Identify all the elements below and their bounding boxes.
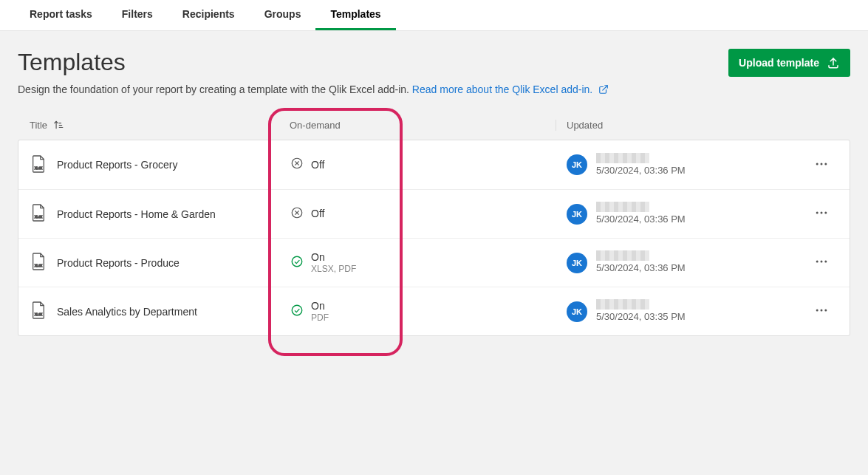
external-link-icon (598, 84, 609, 97)
read-more-link-text: Read more about the Qlik Excel add-in. (412, 83, 592, 95)
svg-point-19 (816, 212, 819, 214)
cell-updated: JK5/30/2024, 03:35 PM (556, 299, 807, 323)
svg-text:XLSX: XLSX (35, 264, 42, 267)
xlsx-file-icon: XLSX (30, 154, 47, 176)
column-header-updated-text: Updated (567, 120, 603, 131)
sort-ascending-icon (53, 120, 64, 130)
svg-point-32 (821, 310, 823, 312)
template-title: Sales Analytics by Department (57, 306, 197, 318)
more-actions-button[interactable] (810, 152, 833, 178)
table-row[interactable]: XLSXProduct Reports - ProduceOnXLSX, PDF… (18, 238, 850, 287)
cell-updated: JK5/30/2024, 03:36 PM (556, 153, 807, 177)
more-actions-button[interactable] (810, 201, 833, 227)
template-title: Product Reports - Home & Garden (57, 208, 216, 220)
xlsx-file-icon: XLSX (30, 252, 47, 273)
table-header: Title On-demand Updated (18, 110, 850, 140)
updated-date: 5/30/2024, 03:36 PM (596, 165, 686, 177)
cell-on-demand: OnXLSX, PDF (290, 251, 556, 274)
more-horizontal-icon (814, 211, 829, 222)
xlsx-file-icon: XLSX (30, 203, 47, 225)
avatar: JK (567, 253, 587, 273)
status-off-icon (290, 157, 304, 173)
cell-on-demand: Off (290, 157, 556, 173)
svg-point-33 (824, 310, 827, 312)
cell-on-demand: Off (290, 206, 556, 222)
on-demand-formats: PDF (311, 312, 329, 323)
column-header-updated[interactable]: Updated (556, 120, 807, 131)
table-row[interactable]: XLSXSales Analytics by DepartmentOnPDFJK… (18, 287, 850, 335)
svg-point-13 (824, 163, 827, 165)
upload-template-button[interactable]: Upload template (728, 49, 850, 77)
cell-actions (807, 201, 850, 227)
svg-point-27 (824, 261, 827, 263)
cell-title: XLSXProduct Reports - Produce (18, 252, 290, 273)
tab-report-tasks[interactable]: Report tasks (15, 0, 107, 30)
cell-on-demand: OnPDF (290, 300, 556, 323)
column-header-title-text: Title (30, 120, 47, 131)
upload-icon (827, 56, 840, 69)
avatar: JK (567, 301, 587, 322)
subtitle-text: Design the foundation of your report by … (18, 83, 412, 95)
read-more-link[interactable]: Read more about the Qlik Excel add-in. (412, 83, 609, 95)
cell-title: XLSXSales Analytics by Department (18, 301, 290, 322)
cell-title: XLSXProduct Reports - Home & Garden (18, 203, 290, 225)
column-header-title[interactable]: Title (18, 120, 290, 131)
svg-point-11 (816, 163, 819, 165)
svg-point-21 (824, 212, 827, 214)
svg-point-31 (816, 310, 819, 312)
updated-date: 5/30/2024, 03:36 PM (596, 213, 686, 225)
page-title: Templates (18, 49, 126, 76)
svg-text:XLSX: XLSX (35, 313, 42, 316)
tab-filters[interactable]: Filters (107, 0, 168, 30)
templates-table: XLSXProduct Reports - GroceryOffJK5/30/2… (18, 140, 850, 336)
svg-text:XLSX: XLSX (35, 167, 42, 170)
cell-actions (807, 298, 850, 324)
on-demand-status: On (311, 251, 356, 264)
cell-updated: JK5/30/2024, 03:36 PM (556, 250, 807, 274)
column-header-on-demand-text: On-demand (290, 120, 341, 131)
table-row[interactable]: XLSXProduct Reports - GroceryOffJK5/30/2… (18, 140, 850, 189)
tab-groups[interactable]: Groups (250, 0, 316, 30)
svg-point-26 (821, 261, 823, 263)
more-actions-button[interactable] (810, 250, 833, 276)
svg-point-20 (821, 212, 823, 214)
column-header-on-demand[interactable]: On-demand (290, 120, 556, 131)
more-horizontal-icon (814, 309, 829, 320)
more-horizontal-icon (814, 163, 829, 174)
svg-point-12 (821, 163, 823, 165)
updated-date: 5/30/2024, 03:35 PM (596, 311, 686, 323)
avatar: JK (567, 204, 587, 225)
page-subtitle: Design the foundation of your report by … (18, 83, 850, 97)
tab-recipients[interactable]: Recipients (168, 0, 250, 30)
on-demand-status: Off (311, 159, 324, 171)
upload-template-label: Upload template (739, 57, 819, 69)
top-nav: Report tasksFiltersRecipientsGroupsTempl… (0, 0, 868, 31)
template-title: Product Reports - Grocery (57, 159, 177, 171)
updated-by-redacted (596, 202, 649, 212)
svg-point-30 (292, 305, 302, 315)
svg-point-24 (292, 256, 302, 267)
more-horizontal-icon (814, 260, 829, 271)
on-demand-status: On (311, 300, 329, 312)
updated-date: 5/30/2024, 03:36 PM (596, 262, 686, 274)
svg-point-25 (816, 261, 819, 263)
table-row[interactable]: XLSXProduct Reports - Home & GardenOffJK… (18, 189, 850, 238)
avatar: JK (567, 154, 587, 175)
cell-title: XLSXProduct Reports - Grocery (18, 154, 290, 176)
on-demand-status: Off (311, 208, 324, 220)
template-title: Product Reports - Produce (57, 257, 180, 269)
updated-by-redacted (596, 153, 649, 163)
status-on-icon (290, 255, 304, 271)
status-off-icon (290, 206, 304, 222)
cell-actions (807, 250, 850, 276)
cell-actions (807, 152, 850, 178)
xlsx-file-icon: XLSX (30, 301, 47, 322)
more-actions-button[interactable] (810, 298, 833, 324)
svg-text:XLSX: XLSX (35, 216, 42, 219)
updated-by-redacted (596, 299, 649, 310)
updated-by-redacted (596, 250, 649, 261)
status-on-icon (290, 304, 304, 320)
cell-updated: JK5/30/2024, 03:36 PM (556, 202, 807, 225)
on-demand-formats: XLSX, PDF (311, 264, 356, 274)
tab-templates[interactable]: Templates (315, 0, 395, 30)
